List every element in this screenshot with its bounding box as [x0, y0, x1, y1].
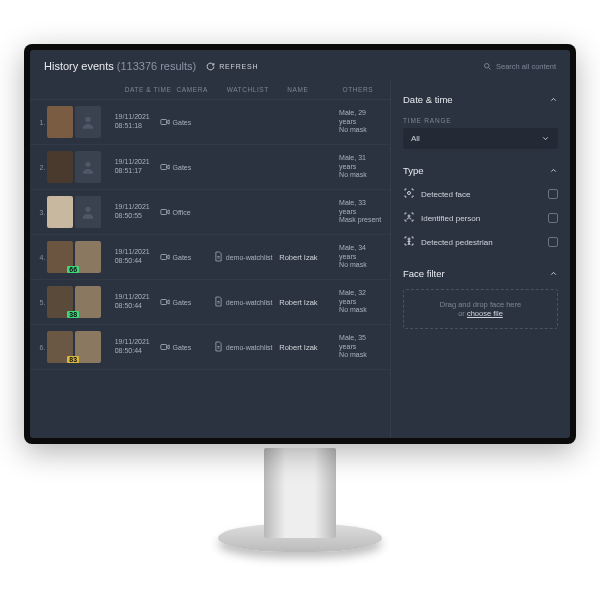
type-option[interactable]: Identified person [403, 206, 558, 230]
refresh-button[interactable]: REFRESH [206, 62, 258, 71]
table-row[interactable]: 1.19/11/202108:51:18GatesMale, 29 yearsN… [30, 100, 390, 145]
search-icon [483, 62, 492, 71]
row-name: Robert Izak [279, 298, 339, 307]
col-watchlist[interactable]: WATCHLIST [227, 86, 288, 93]
time-range-label: TIME RANGE [403, 117, 558, 124]
row-others: Male, 35 yearsNo mask [339, 334, 384, 360]
table-header: DATE & TIME CAMERA WATCHLIST NAME OTHERS [30, 80, 390, 100]
camera-icon [160, 163, 170, 172]
face-thumb [47, 151, 73, 183]
filter-date-time-header[interactable]: Date & time [403, 88, 558, 111]
checkbox[interactable] [548, 189, 558, 199]
match-thumb [75, 241, 101, 273]
chevron-up-icon [549, 95, 558, 104]
row-camera: Gates [160, 253, 214, 262]
svg-point-3 [86, 162, 91, 167]
row-others: Male, 31 yearsNo mask [339, 154, 384, 180]
chevron-up-icon [549, 269, 558, 278]
svg-rect-4 [160, 164, 166, 169]
row-index: 3. [36, 209, 47, 216]
choose-file-link[interactable]: choose file [467, 309, 503, 318]
row-datetime: 19/11/202108:51:17 [115, 158, 160, 176]
filter-type-header[interactable]: Type [403, 159, 558, 182]
refresh-icon [206, 62, 215, 71]
row-index: 2. [36, 164, 47, 171]
row-camera: Gates [160, 298, 214, 307]
row-watchlist: demo-watchlist [214, 296, 279, 308]
svg-point-0 [484, 63, 489, 68]
document-icon [214, 296, 223, 308]
camera-icon [160, 298, 170, 307]
col-name[interactable]: NAME [287, 86, 342, 93]
svg-point-12 [408, 238, 410, 240]
row-watchlist: demo-watchlist [214, 251, 279, 263]
checkbox[interactable] [548, 213, 558, 223]
chevron-down-icon [541, 134, 550, 143]
face-thumb [47, 106, 73, 138]
camera-icon [160, 118, 170, 127]
table-row[interactable]: 2.19/11/202108:51:17GatesMale, 31 yearsN… [30, 145, 390, 190]
row-datetime: 19/11/202108:50:44 [115, 293, 160, 311]
placeholder-thumb [75, 106, 101, 138]
row-datetime: 19/11/202108:50:55 [115, 203, 160, 221]
match-score: 83 [67, 356, 79, 363]
row-others: Male, 34 yearsNo mask [339, 244, 384, 270]
table-row[interactable]: 6.8319/11/202108:50:44Gatesdemo-watchlis… [30, 325, 390, 370]
camera-icon [160, 253, 170, 262]
camera-icon [160, 208, 170, 217]
face-dropzone[interactable]: Drag and drop face here or choose file [403, 289, 558, 329]
svg-point-11 [408, 215, 410, 217]
row-camera: Gates [160, 163, 214, 172]
row-others: Male, 29 yearsNo mask [339, 109, 384, 135]
svg-point-10 [408, 192, 411, 195]
svg-rect-2 [160, 119, 166, 124]
row-watchlist: demo-watchlist [214, 341, 279, 353]
table-row[interactable]: 5.3819/11/202108:50:44Gatesdemo-watchlis… [30, 280, 390, 325]
placeholder-thumb [75, 151, 101, 183]
row-index: 1. [36, 119, 47, 126]
results-count: (113376 results) [117, 60, 197, 72]
row-datetime: 19/11/202108:50:44 [115, 338, 160, 356]
checkbox[interactable] [548, 237, 558, 247]
scan-icon [403, 187, 415, 201]
table-row[interactable]: 3.19/11/202108:50:55OfficeMale, 33 years… [30, 190, 390, 235]
row-datetime: 19/11/202108:51:18 [115, 113, 160, 131]
placeholder-thumb [75, 196, 101, 228]
col-date-time[interactable]: DATE & TIME [125, 86, 177, 93]
row-camera: Gates [160, 118, 214, 127]
col-camera[interactable]: CAMERA [177, 86, 227, 93]
camera-icon [160, 343, 170, 352]
col-others[interactable]: OTHERS [342, 86, 384, 93]
row-index: 4. [36, 254, 47, 261]
match-score: 66 [67, 266, 79, 273]
row-camera: Gates [160, 343, 214, 352]
match-thumb [75, 286, 101, 318]
document-icon [214, 251, 223, 263]
type-option[interactable]: Detected face [403, 182, 558, 206]
search-input[interactable]: Search all content [483, 62, 556, 71]
row-name: Robert Izak [279, 253, 339, 262]
row-name: Robert Izak [279, 343, 339, 352]
match-score: 38 [67, 311, 79, 318]
row-others: Male, 32 yearsNo mask [339, 289, 384, 315]
chevron-up-icon [549, 166, 558, 175]
scan-icon [403, 235, 415, 249]
row-others: Male, 33 yearsMask present [339, 199, 384, 225]
type-option[interactable]: Detected pedestrian [403, 230, 558, 254]
scan-icon [403, 211, 415, 225]
svg-point-1 [86, 117, 91, 122]
filter-face-header[interactable]: Face filter [403, 262, 558, 285]
match-thumb [75, 331, 101, 363]
svg-rect-9 [160, 344, 166, 349]
table-row[interactable]: 4.6619/11/202108:50:44Gatesdemo-watchlis… [30, 235, 390, 280]
svg-point-5 [86, 207, 91, 212]
row-datetime: 19/11/202108:50:44 [115, 248, 160, 266]
svg-rect-7 [160, 254, 166, 259]
document-icon [214, 341, 223, 353]
row-index: 5. [36, 299, 47, 306]
time-range-select[interactable]: All [403, 128, 558, 149]
face-thumb [47, 196, 73, 228]
row-camera: Office [160, 208, 214, 217]
row-index: 6. [36, 344, 47, 351]
svg-rect-6 [160, 209, 166, 214]
